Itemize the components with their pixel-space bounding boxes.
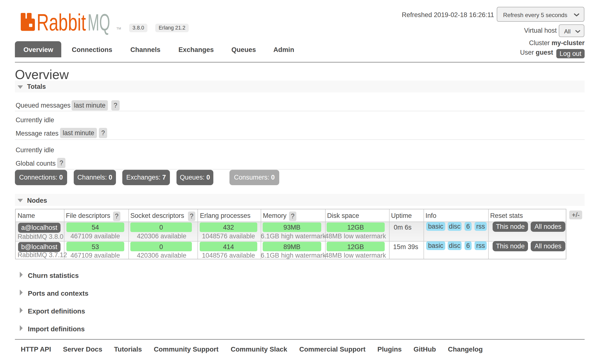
svg-text:MQ: MQ xyxy=(88,9,110,36)
svg-text:Rabbit: Rabbit xyxy=(37,9,86,36)
